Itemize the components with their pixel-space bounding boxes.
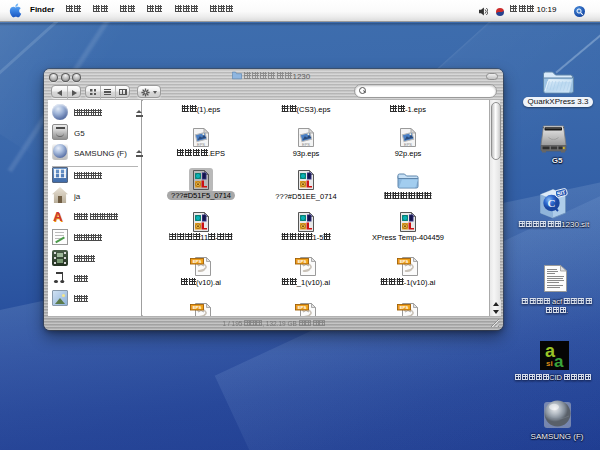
- svg-text:EPS: EPS: [400, 305, 409, 310]
- svg-text:EPS: EPS: [400, 259, 409, 264]
- svg-text:C: C: [548, 197, 556, 209]
- svg-text:EPS: EPS: [298, 305, 307, 310]
- svg-text:EPS: EPS: [197, 142, 205, 147]
- svg-text:a: a: [554, 352, 564, 370]
- svg-text:EPS: EPS: [193, 259, 202, 264]
- svg-text:EPS: EPS: [298, 259, 307, 264]
- svg-text:EPS: EPS: [302, 142, 310, 147]
- svg-text:si: si: [546, 359, 553, 368]
- svg-text:EPS: EPS: [193, 305, 202, 310]
- svg-text:EPS: EPS: [404, 142, 412, 147]
